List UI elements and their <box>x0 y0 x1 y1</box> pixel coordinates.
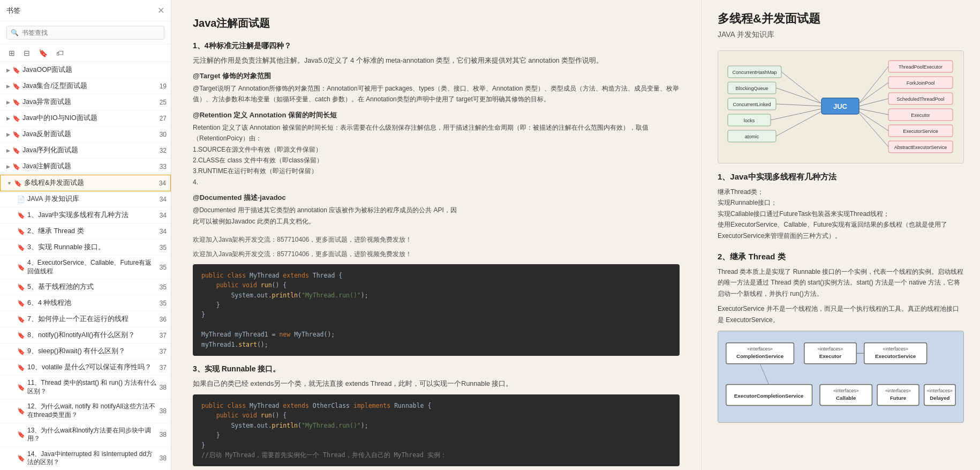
item-label: Java中的IO与NIO面试题 <box>22 114 157 123</box>
sidebar-item-multithread[interactable]: ▼ 🔖 多线程&并发面试题 34 <box>0 175 171 191</box>
item-num: 38 <box>160 384 167 391</box>
item-label: 7、如何停止一个正在运行的线程 <box>27 315 157 324</box>
bookmark-icon: 🔖 <box>17 454 25 462</box>
item-label: 4、ExecutorService、Callable、Future有返回值线程 <box>27 259 157 275</box>
sidebar-item-java-collection[interactable]: ▶ 🔖 Java集合/泛型面试题 19 <box>0 78 171 94</box>
sidebar-item-thread-inherit[interactable]: 🔖 2、继承 Thread 类 34 <box>0 223 171 240</box>
svg-text:ConcurrentHashMap: ConcurrentHashMap <box>732 70 777 75</box>
sidebar-item-java-reflect[interactable]: ▶ 🔖 Java反射面试题 30 <box>0 126 171 143</box>
sidebar-item-java-exception[interactable]: ▶ 🔖 Java异常面试题 25 <box>0 94 171 110</box>
expand-icon: ▶ <box>6 68 10 73</box>
at-target-label: @Target 修饰的对象范围 <box>193 71 680 81</box>
sidebar-item-java-annotation[interactable]: ▶ 🔖 Java注解面试题 33 <box>0 159 171 175</box>
item-label: JAVA 并发知识库 <box>27 195 157 204</box>
sidebar-header: 书签 ✕ <box>0 0 171 21</box>
item-label: 10、volatile 是什么?可以保证有序性吗？ <box>27 363 157 372</box>
sidebar-item-multithread-impl[interactable]: 🔖 1、Java中实现多线程有几种方法 34 <box>0 207 171 223</box>
item-label: Java注解面试题 <box>22 162 157 171</box>
item-label: 12、为什么wait, notify 和 notifyAll这些方法不在thre… <box>27 402 157 419</box>
item-label: Java序列化面试题 <box>22 146 157 155</box>
sidebar-item-start-run[interactable]: 🔖 11、Thread 类中的start() 和 run() 方法有什么区别？ … <box>0 376 171 399</box>
svg-line-28 <box>859 109 888 115</box>
right-s2-extra: ExecutorService 并不是一个线程池，而只是一个执行线程的工具。真正… <box>718 303 964 325</box>
item-label: Java异常面试题 <box>22 98 157 107</box>
bookmark-icon: 🔖 <box>17 300 25 307</box>
svg-text:Callable: Callable <box>836 395 856 401</box>
bookmark-icon: 🔖 <box>17 212 25 219</box>
item-num: 25 <box>160 99 167 106</box>
svg-text:ExecutorService: ExecutorService <box>903 129 938 134</box>
svg-text:AbstractExecutorService: AbstractExecutorService <box>894 145 947 150</box>
right-subtitle: JAVA 并发知识库 <box>718 30 964 40</box>
item-num: 35 <box>160 300 167 307</box>
item-num: 35 <box>160 244 167 251</box>
sidebar-item-java-serialize[interactable]: ▶ 🔖 Java序列化面试题 32 <box>0 143 171 159</box>
right-s1-title: 1、Java中实现多线程有几种方法 <box>718 172 964 182</box>
item-num: 38 <box>160 407 167 415</box>
item-label: 6、4 种线程池 <box>27 299 157 308</box>
svg-line-4 <box>781 72 821 103</box>
svg-line-7 <box>776 88 821 103</box>
svg-line-19 <box>859 66 888 103</box>
item-label: Java反射面试题 <box>22 130 157 139</box>
svg-text:ThreadPoolExecutor: ThreadPoolExecutor <box>899 64 943 70</box>
bookmark-icon: 🔖 <box>17 348 25 355</box>
sidebar-item-volatile[interactable]: 🔖 10、volatile 是什么?可以保证有序性吗？ 37 <box>0 360 171 376</box>
sidebar-item-notify-all[interactable]: 🔖 8、notify()和notifyAll()有什么区别？ 37 <box>0 327 171 344</box>
sidebar-item-stop-thread[interactable]: 🔖 7、如何停止一个正在运行的线程 36 <box>0 311 171 327</box>
right-panel: 多线程&并发面试题 JAVA 并发知识库 JUC ConcurrentHashM… <box>702 0 980 470</box>
sidebar-item-java-io[interactable]: ▶ 🔖 Java中的IO与NIO面试题 27 <box>0 110 171 126</box>
collapse-all-button[interactable]: ⊟ <box>21 48 32 58</box>
item-num: 35 <box>160 284 167 291</box>
item-num: 34 <box>159 180 166 187</box>
item-label: 8、notify()和notifyAll()有什么区别？ <box>27 331 157 340</box>
bookmark-button[interactable]: 🔖 <box>36 48 50 58</box>
svg-text:«interfaces»: «interfaces» <box>818 346 843 352</box>
sidebar-item-thread-pool-basic[interactable]: 🔖 5、基于线程池的方式 35 <box>0 279 171 295</box>
sidebar-item-wait-notify[interactable]: 🔖 12、为什么wait, notify 和 notifyAll这些方法不在th… <box>0 399 171 423</box>
sidebar-item-sleep-wait[interactable]: 🔖 9、sleep()和wait() 有什么区别？ 37 <box>0 344 171 360</box>
bookmark-icon: 🔖 <box>12 115 20 122</box>
svg-line-34 <box>859 113 888 147</box>
expand-icon: ▶ <box>6 164 10 169</box>
search-input[interactable] <box>6 26 164 40</box>
right-section-1: 1、Java中实现多线程有几种方法 继承Thread类； 实现Runnable接… <box>718 172 964 241</box>
svg-line-25 <box>859 99 888 106</box>
item-num: 33 <box>160 163 167 170</box>
item-num: 30 <box>160 131 167 138</box>
doc-icon: 📄 <box>17 196 25 203</box>
item-num: 32 <box>160 147 167 154</box>
question-3: 3、实现 Runnable 接口。 如果自己的类已经 extends另一个类，就… <box>193 364 680 466</box>
close-button[interactable]: ✕ <box>157 5 164 16</box>
item-num: 38 <box>160 454 167 462</box>
tag-button[interactable]: 🏷 <box>54 48 66 58</box>
bookmark-icon: 🔖 <box>17 431 25 438</box>
sidebar-item-java-oop[interactable]: ▶ 🔖 JavaOOP面试题 <box>0 62 171 78</box>
svg-line-16 <box>776 111 821 136</box>
item-label: JavaOOP面试题 <box>22 65 164 74</box>
q3-heading: 3、实现 Runnable 接口。 <box>193 364 680 374</box>
sidebar-item-interrupted[interactable]: 🔖 14、Java中interrupted 和 isInterrupted dd… <box>0 447 171 470</box>
svg-text:BlockingQueue: BlockingQueue <box>735 86 768 91</box>
svg-text:«interfaces»: «interfaces» <box>885 388 911 393</box>
bookmark-icon: 🔖 <box>17 316 25 323</box>
expand-all-button[interactable]: ⊞ <box>6 48 17 58</box>
sidebar-item-runnable-impl[interactable]: 🔖 3、实现 Runnable 接口。 35 <box>0 240 171 256</box>
sidebar-item-executor-service[interactable]: 🔖 4、ExecutorService、Callable、Future有返回值线… <box>0 256 171 279</box>
sidebar-item-thread-pool-4[interactable]: 🔖 6、4 种线程池 35 <box>0 295 171 311</box>
bookmark-icon: 🔖 <box>12 147 20 154</box>
bookmark-icon: 🔖 <box>12 163 20 170</box>
svg-text:Executor: Executor <box>911 113 930 118</box>
sidebar: 书签 ✕ 🔍 ⊞ ⊟ 🔖 🏷 ▶ 🔖 JavaOOP面试题 ▶ 🔖 Java集合… <box>0 0 171 470</box>
item-num: 37 <box>160 364 167 371</box>
sidebar-item-wait-notify-sync[interactable]: 🔖 13、为什么wait和notify方法要在同步块中调用？ 38 <box>0 423 171 447</box>
sidebar-list: ▶ 🔖 JavaOOP面试题 ▶ 🔖 Java集合/泛型面试题 19 ▶ 🔖 J… <box>0 62 171 470</box>
item-num: 34 <box>160 228 167 235</box>
bookmark-icon: 🔖 <box>12 66 20 74</box>
bookmark-icon: 🔖 <box>12 83 20 90</box>
bookmark-icon: 🔖 <box>17 407 25 415</box>
sidebar-item-juc-knowledge[interactable]: 📄 JAVA 并发知识库 34 <box>0 191 171 207</box>
item-num: 37 <box>160 332 167 339</box>
svg-text:CompletionService: CompletionService <box>736 353 784 359</box>
item-num: 27 <box>160 115 167 122</box>
